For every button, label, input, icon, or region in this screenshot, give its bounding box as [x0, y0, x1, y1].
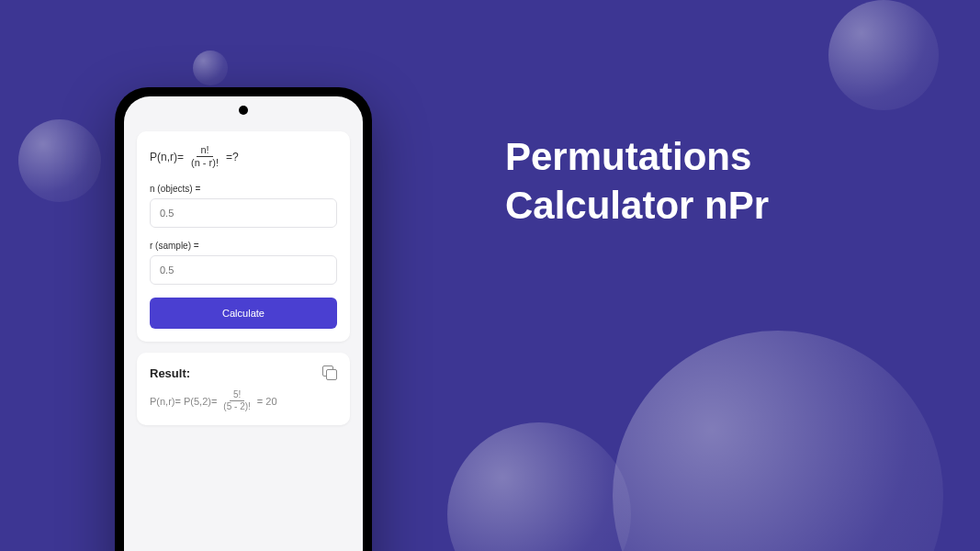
- formula-fraction: n! (n - r)!: [187, 144, 222, 169]
- title-line-2: Calculator nPr: [505, 182, 769, 231]
- input-card: P(n,r)= n! (n - r)! =? n (objects) = r (…: [137, 131, 350, 342]
- decorative-sphere: [193, 51, 228, 85]
- title-line-1: Permutations: [505, 133, 769, 182]
- decorative-sphere: [447, 422, 631, 551]
- result-numerator: 5!: [230, 389, 244, 401]
- phone-mockup: P(n,r)= n! (n - r)! =? n (objects) = r (…: [115, 87, 372, 551]
- decorative-sphere: [18, 119, 101, 202]
- r-label: r (sample) =: [150, 241, 337, 251]
- result-denominator: (5 - 2)!: [220, 401, 253, 412]
- copy-icon[interactable]: [322, 365, 337, 380]
- formula-denominator: (n - r)!: [187, 157, 222, 169]
- decorative-sphere: [613, 331, 943, 551]
- formula-rhs: =?: [226, 151, 239, 163]
- n-input[interactable]: [150, 198, 337, 228]
- result-suffix: = 20: [257, 396, 277, 407]
- camera-dot: [239, 106, 248, 115]
- result-formula: P(n,r)= P(5,2)= 5! (5 - 2)! = 20: [150, 389, 337, 412]
- result-prefix: P(n,r)= P(5,2)=: [150, 396, 217, 407]
- result-card: Result: P(n,r)= P(5,2)= 5! (5 - 2)! = 20: [137, 353, 350, 425]
- r-input[interactable]: [150, 255, 337, 285]
- result-fraction: 5! (5 - 2)!: [220, 389, 253, 412]
- page-title: Permutations Calculator nPr: [505, 133, 769, 230]
- formula-numerator: n!: [197, 144, 212, 157]
- formula-lhs: P(n,r)=: [150, 151, 184, 163]
- decorative-sphere: [828, 0, 939, 110]
- n-label: n (objects) =: [150, 184, 337, 194]
- result-heading: Result:: [150, 366, 190, 380]
- formula-display: P(n,r)= n! (n - r)! =?: [150, 144, 337, 169]
- calculate-button[interactable]: Calculate: [150, 298, 337, 329]
